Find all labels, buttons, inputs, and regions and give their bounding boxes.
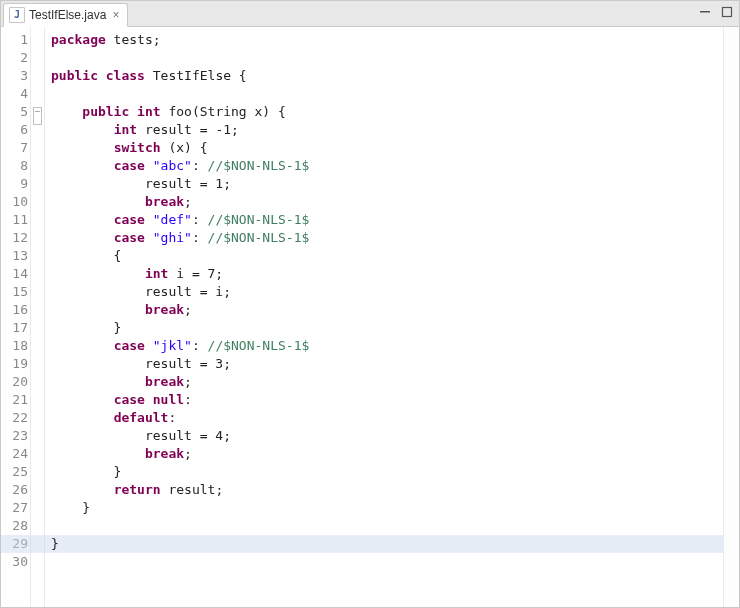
line-number-gutter: 1234567891011121314151617181920212223242… [1, 27, 31, 607]
line-number: 2 [1, 49, 28, 67]
close-icon[interactable]: × [110, 9, 121, 21]
code-line[interactable] [51, 49, 723, 67]
code-line[interactable]: { [51, 247, 723, 265]
fold-cell [31, 225, 44, 243]
line-number: 21 [1, 391, 28, 409]
line-number: 17 [1, 319, 28, 337]
fold-cell [31, 153, 44, 171]
line-number: 13 [1, 247, 28, 265]
line-number: 8 [1, 157, 28, 175]
svg-rect-0 [700, 11, 710, 13]
line-number: 27 [1, 499, 28, 517]
line-number: 14 [1, 265, 28, 283]
line-number: 3 [1, 67, 28, 85]
line-number: 16 [1, 301, 28, 319]
fold-cell [31, 297, 44, 315]
tab-bar: TestIfElse.java × [1, 1, 739, 27]
code-line[interactable]: public int foo(String x) { [51, 103, 723, 121]
fold-cell [31, 477, 44, 495]
code-line[interactable] [51, 553, 723, 571]
code-line[interactable]: } [51, 535, 723, 553]
line-number: 22 [1, 409, 28, 427]
code-line[interactable]: switch (x) { [51, 139, 723, 157]
fold-toggle-icon[interactable]: − [33, 107, 42, 125]
code-line[interactable]: } [51, 499, 723, 517]
line-number: 6 [1, 121, 28, 139]
tab-testifelse[interactable]: TestIfElse.java × [3, 3, 128, 27]
code-line[interactable]: break; [51, 445, 723, 463]
fold-cell [31, 279, 44, 297]
fold-cell [31, 81, 44, 99]
line-number: 10 [1, 193, 28, 211]
code-area[interactable]: 1234567891011121314151617181920212223242… [1, 27, 739, 607]
code-line[interactable]: result = 3; [51, 355, 723, 373]
code-line[interactable]: break; [51, 301, 723, 319]
fold-cell [31, 207, 44, 225]
fold-cell [31, 441, 44, 459]
line-number: 25 [1, 463, 28, 481]
fold-cell [31, 315, 44, 333]
fold-cell [31, 27, 44, 45]
code-line[interactable]: } [51, 463, 723, 481]
fold-cell [31, 495, 44, 513]
line-number: 26 [1, 481, 28, 499]
fold-cell [31, 189, 44, 207]
svg-rect-1 [723, 8, 732, 17]
code-line[interactable]: case "jkl": //$NON-NLS-1$ [51, 337, 723, 355]
line-number: 23 [1, 427, 28, 445]
fold-cell [31, 459, 44, 477]
fold-cell [31, 351, 44, 369]
code-line[interactable]: result = 4; [51, 427, 723, 445]
fold-cell [31, 369, 44, 387]
code-line[interactable]: default: [51, 409, 723, 427]
fold-cell [31, 45, 44, 63]
fold-cell [31, 513, 44, 531]
code-line[interactable]: case "def": //$NON-NLS-1$ [51, 211, 723, 229]
code-line[interactable]: result = i; [51, 283, 723, 301]
code-line[interactable]: break; [51, 373, 723, 391]
fold-cell [31, 261, 44, 279]
java-file-icon [9, 7, 25, 23]
code-line[interactable] [51, 517, 723, 535]
code-line[interactable]: int result = -1; [51, 121, 723, 139]
code-line[interactable]: } [51, 319, 723, 337]
code-line[interactable]: int i = 7; [51, 265, 723, 283]
code-line[interactable]: break; [51, 193, 723, 211]
code-line[interactable]: package tests; [51, 31, 723, 49]
fold-cell [31, 405, 44, 423]
fold-marker-strip: − [31, 27, 45, 607]
line-number: 11 [1, 211, 28, 229]
line-number: 24 [1, 445, 28, 463]
line-number: 18 [1, 337, 28, 355]
line-number: 20 [1, 373, 28, 391]
minimize-icon [699, 6, 711, 18]
fold-cell [31, 423, 44, 441]
code-line[interactable]: result = 1; [51, 175, 723, 193]
overview-ruler[interactable] [723, 27, 739, 607]
fold-cell [31, 171, 44, 189]
code-line[interactable]: case "abc": //$NON-NLS-1$ [51, 157, 723, 175]
source-code[interactable]: package tests;public class TestIfElse { … [45, 27, 723, 607]
line-number: 19 [1, 355, 28, 373]
line-number: 15 [1, 283, 28, 301]
fold-cell [31, 135, 44, 153]
line-number: 5 [1, 103, 28, 121]
line-number: 28 [1, 517, 28, 535]
code-line[interactable]: public class TestIfElse { [51, 67, 723, 85]
fold-cell [31, 63, 44, 81]
line-number: 9 [1, 175, 28, 193]
maximize-button[interactable] [719, 4, 735, 20]
tab-label: TestIfElse.java [29, 8, 106, 22]
fold-cell [31, 243, 44, 261]
fold-cell [31, 387, 44, 405]
code-line[interactable]: return result; [51, 481, 723, 499]
code-line[interactable] [51, 85, 723, 103]
code-line[interactable]: case "ghi": //$NON-NLS-1$ [51, 229, 723, 247]
minimize-button[interactable] [697, 4, 713, 20]
fold-cell [31, 333, 44, 351]
code-line[interactable]: case null: [51, 391, 723, 409]
view-toolbar [697, 4, 735, 20]
maximize-icon [721, 6, 733, 18]
line-number: 7 [1, 139, 28, 157]
line-number: 30 [1, 553, 28, 571]
